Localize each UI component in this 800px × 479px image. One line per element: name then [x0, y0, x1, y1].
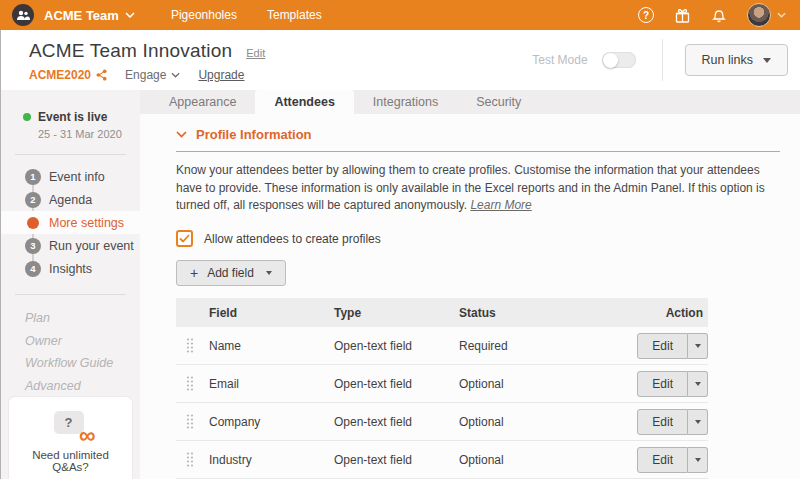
edit-dropdown-button[interactable] [688, 409, 708, 435]
step-label: Event info [49, 170, 105, 184]
drag-handle[interactable] [176, 451, 209, 468]
main-panel: Appearance Attendees Integrations Securi… [140, 90, 800, 479]
edit-caret-icon [695, 344, 701, 348]
sidebar: Event is live 25 - 31 Mar 2020 1 Event i… [0, 90, 140, 479]
nav-pigeonholes[interactable]: Pigeonholes [171, 8, 237, 22]
edit-dropdown-button[interactable] [688, 447, 708, 473]
upgrade-link[interactable]: Upgrade [198, 68, 244, 82]
edit-caret-icon [695, 420, 701, 424]
header-divider [662, 39, 663, 81]
sidebar-item-run-your-event[interactable]: 3 Run your event [1, 234, 140, 257]
tab-attendees[interactable]: Attendees [255, 90, 353, 114]
step-label: Agenda [49, 193, 92, 207]
sidebar-item-insights[interactable]: 4 Insights [1, 257, 140, 280]
field-status: Optional [459, 415, 636, 429]
page-title: ACME Team Innovation [29, 40, 232, 62]
event-code[interactable]: ACME2020 [29, 68, 107, 82]
section-title: Profile Information [196, 127, 312, 142]
table-row: Email Open-text field Optional Edit [176, 365, 708, 403]
learn-more-link[interactable]: Learn More [470, 198, 531, 212]
user-menu[interactable] [747, 3, 786, 27]
team-name[interactable]: ACME Team [44, 8, 119, 23]
field-status: Required [459, 339, 636, 353]
edit-dropdown-button[interactable] [688, 371, 708, 397]
edit-button[interactable]: Edit [637, 371, 688, 397]
column-header-type: Type [334, 306, 459, 320]
profile-information-section-header[interactable]: Profile Information [176, 127, 780, 152]
sidebar-item-advanced[interactable]: Advanced [25, 375, 140, 398]
sidebar-secondary-nav: Plan Owner Workflow Guide Advanced [1, 307, 140, 397]
step-label: More settings [49, 216, 124, 230]
edit-title-link[interactable]: Edit [246, 47, 265, 59]
team-chevron-down-icon[interactable] [125, 12, 135, 18]
section-description: Know your attendees better by allowing t… [176, 162, 776, 215]
user-chevron-down-icon [777, 12, 786, 18]
field-name: Name [209, 339, 334, 353]
sidebar-item-plan[interactable]: Plan [25, 307, 140, 330]
infinity-icon: ∞ [79, 424, 95, 447]
field-type: Open-text field [334, 415, 459, 429]
add-field-button[interactable]: + Add field [176, 260, 286, 286]
settings-tabs: Appearance Attendees Integrations Securi… [140, 90, 800, 114]
field-type: Open-text field [334, 339, 459, 353]
edit-split-button: Edit [637, 371, 708, 397]
field-status: Optional [459, 377, 636, 391]
toggle-knob [603, 53, 618, 68]
drag-handle[interactable] [176, 375, 209, 392]
test-mode-label: Test Mode [532, 53, 587, 67]
team-avatar-icon[interactable] [12, 4, 34, 26]
step-label: Run your event [49, 239, 134, 253]
step-label: Insights [49, 262, 92, 276]
sidebar-divider [15, 154, 126, 155]
nav-templates[interactable]: Templates [267, 8, 322, 22]
field-name: Company [209, 415, 334, 429]
engage-chevron-down-icon [171, 72, 180, 78]
column-header-status: Status [459, 306, 638, 320]
edit-split-button: Edit [637, 447, 708, 473]
sidebar-item-workflow-guide[interactable]: Workflow Guide [25, 352, 140, 375]
event-status: Event is live 25 - 31 Mar 2020 [1, 90, 140, 140]
table-header: Field Type Status Action [176, 298, 708, 327]
event-dates: 25 - 31 Mar 2020 [38, 128, 140, 140]
test-mode-toggle[interactable] [602, 52, 636, 68]
event-title-block: ACME Team Innovation Edit ACME2020 Engag… [29, 38, 265, 82]
edit-caret-icon [695, 382, 701, 386]
tab-integrations[interactable]: Integrations [354, 90, 457, 114]
sidebar-item-event-info[interactable]: 1 Event info [1, 165, 140, 188]
sidebar-item-owner[interactable]: Owner [25, 330, 140, 353]
upgrade-promo-card[interactable]: ? ∞ Need unlimited Q&As? [9, 397, 132, 479]
drag-handle[interactable] [176, 337, 209, 354]
user-avatar[interactable] [747, 3, 771, 27]
table-row: Industry Open-text field Optional Edit [176, 441, 708, 479]
live-status-dot [23, 113, 31, 121]
field-name: Industry [209, 453, 334, 467]
top-bar: ACME Team Pigeonholes Templates ? [0, 0, 800, 30]
sidebar-divider [15, 294, 126, 295]
edit-dropdown-button[interactable] [688, 333, 708, 359]
run-links-button[interactable]: Run links [685, 44, 788, 76]
edit-button[interactable]: Edit [637, 409, 688, 435]
column-header-field: Field [176, 306, 334, 320]
checkmark-icon [179, 234, 190, 243]
event-stepper: 1 Event info 2 Agenda More settings 3 Ru… [1, 165, 140, 280]
section-chevron-down-icon [176, 131, 187, 138]
profile-fields-table: Field Type Status Action Name Open-text … [176, 298, 708, 479]
edit-split-button: Edit [637, 333, 708, 359]
top-bar-right: ? [638, 3, 786, 27]
field-type: Open-text field [334, 453, 459, 467]
field-status: Optional [459, 453, 636, 467]
drag-handle[interactable] [176, 413, 209, 430]
engage-dropdown[interactable]: Engage [125, 68, 180, 82]
share-icon[interactable] [96, 69, 107, 81]
sidebar-item-agenda[interactable]: 2 Agenda [1, 188, 140, 211]
tab-security[interactable]: Security [457, 90, 540, 114]
allow-profiles-checkbox[interactable] [176, 230, 193, 247]
add-field-caret-icon [266, 271, 272, 275]
gift-icon[interactable] [674, 7, 691, 24]
edit-button[interactable]: Edit [637, 447, 688, 473]
help-icon[interactable]: ? [638, 7, 654, 23]
tab-appearance[interactable]: Appearance [150, 90, 255, 114]
sidebar-item-more-settings[interactable]: More settings [1, 211, 140, 234]
edit-button[interactable]: Edit [637, 333, 688, 359]
bell-icon[interactable] [711, 7, 727, 24]
